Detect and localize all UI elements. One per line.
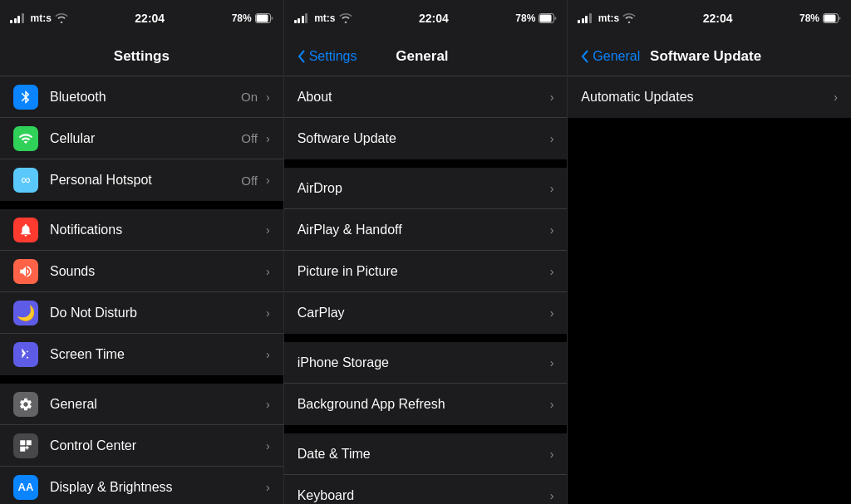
battery-pct: 78%: [799, 12, 819, 24]
settings-item-do-not-disturb[interactable]: 🌙 Do Not Disturb ›: [0, 292, 283, 334]
item-label: Notifications: [50, 223, 263, 237]
item-icon-controlcenter: [13, 433, 38, 458]
status-left: mt:s: [294, 12, 352, 24]
section-gap: [0, 375, 283, 384]
status-time: 22:04: [703, 12, 733, 25]
general-item-airplay-&-handoff[interactable]: AirPlay & Handoff ›: [284, 209, 568, 251]
chevron-icon: ›: [834, 91, 838, 104]
battery-pct: 78%: [515, 12, 535, 24]
item-label: Picture in Picture: [298, 264, 547, 279]
item-label: AirDrop: [298, 181, 547, 196]
general-item-software-update[interactable]: Software Update ›: [284, 118, 568, 159]
chevron-icon: ›: [550, 265, 554, 278]
general-item-automatic-updates[interactable]: Automatic Updates ›: [568, 76, 851, 118]
carrier-text: mt:s: [31, 12, 52, 24]
item-label: Sounds: [50, 264, 263, 279]
section-2: General › Control Center › AA Dis: [0, 384, 283, 504]
chevron-icon: ›: [266, 132, 270, 145]
general-item-carplay[interactable]: CarPlay ›: [284, 292, 568, 334]
item-label: Software Update: [298, 131, 547, 146]
settings-item-personal-hotspot[interactable]: ∞ Personal Hotspot Off ›: [0, 159, 283, 201]
item-label: Background App Refresh: [298, 397, 547, 412]
item-label: General: [50, 397, 263, 412]
nav-title: General: [357, 48, 487, 65]
nav-title: Software Update: [640, 48, 771, 65]
item-label: Automatic Updates: [581, 90, 830, 105]
settings-item-general[interactable]: General ›: [0, 384, 283, 425]
chevron-icon: ›: [266, 398, 270, 411]
item-label: Control Center: [50, 438, 263, 453]
item-label: Cellular: [50, 131, 241, 146]
item-label: Bluetooth: [50, 90, 241, 105]
chevron-icon: ›: [550, 356, 554, 369]
status-bar: mt:s 22:04 78%: [0, 0, 283, 37]
settings-item-cellular[interactable]: Cellular Off ›: [0, 118, 283, 159]
chevron-icon: ›: [266, 481, 270, 494]
settings-item-control-center[interactable]: Control Center ›: [0, 425, 283, 467]
general-item-picture-in-picture[interactable]: Picture in Picture ›: [284, 251, 568, 292]
status-right: 78%: [799, 12, 841, 24]
item-label: Personal Hotspot: [50, 173, 241, 188]
item-icon-screentime: [13, 342, 38, 367]
status-time: 22:04: [135, 12, 165, 25]
chevron-icon: ›: [550, 306, 554, 320]
general-item-about[interactable]: About ›: [284, 76, 568, 118]
nav-bar-software-update: General Software Update: [568, 37, 851, 76]
item-value: Off: [241, 131, 258, 145]
section-1: Notifications › Sounds › 🌙 Do No: [0, 209, 283, 375]
item-icon-general: [13, 392, 38, 417]
status-left: mt:s: [10, 12, 68, 24]
item-value: Off: [241, 174, 258, 188]
settings-item-sounds[interactable]: Sounds ›: [0, 251, 283, 292]
column-software-update: mt:s 22:04 78% General Software Update: [568, 0, 851, 504]
section-gap: [284, 334, 568, 342]
item-icon-cellular: [13, 126, 38, 151]
chevron-icon: ›: [266, 439, 270, 453]
column-general: mt:s 22:04 78% Settings General: [284, 0, 568, 504]
settings-item-bluetooth[interactable]: Bluetooth On ›: [0, 76, 283, 118]
item-icon-donotdisturb: 🌙: [13, 301, 38, 325]
general-item-background-app-refresh[interactable]: Background App Refresh ›: [284, 384, 568, 425]
nav-back-button[interactable]: Settings: [298, 49, 357, 64]
general-item-date-&-time[interactable]: Date & Time ›: [284, 433, 568, 475]
carrier-text: mt:s: [598, 12, 619, 24]
scroll-content[interactable]: Automatic Updates ›: [568, 76, 851, 504]
item-label: Screen Time: [50, 347, 263, 362]
section-2: iPhone Storage › Background App Refresh …: [284, 342, 568, 425]
general-item-keyboard[interactable]: Keyboard ›: [284, 475, 568, 504]
settings-item-display-&-brightness[interactable]: AA Display & Brightness ›: [0, 467, 283, 504]
nav-back-label: Settings: [309, 49, 357, 64]
general-item-iphone-storage[interactable]: iPhone Storage ›: [284, 342, 568, 384]
item-label: Keyboard: [298, 488, 547, 503]
item-icon-hotspot: ∞: [13, 168, 38, 193]
section-gap: [0, 201, 283, 209]
status-left: mt:s: [578, 12, 636, 24]
item-label: Display & Brightness: [50, 480, 263, 495]
item-icon-bluetooth: [13, 85, 38, 110]
chevron-icon: ›: [266, 348, 270, 361]
chevron-icon: ›: [550, 182, 554, 195]
chevron-icon: ›: [266, 174, 270, 187]
scroll-content[interactable]: About › Software Update › AirDrop › AirP…: [284, 76, 568, 504]
svg-rect-4: [540, 15, 552, 22]
item-icon-sounds: [13, 259, 38, 284]
chevron-icon: ›: [550, 489, 554, 502]
item-icon-notifications: [13, 218, 38, 242]
section-0: Bluetooth On › Cellular Off › ∞ Per: [0, 76, 283, 201]
item-value: On: [241, 90, 258, 104]
section-1: AirDrop › AirPlay & Handoff › Picture in…: [284, 168, 568, 334]
settings-item-screen-time[interactable]: Screen Time ›: [0, 334, 283, 375]
chevron-icon: ›: [266, 91, 270, 104]
status-time: 22:04: [419, 12, 449, 25]
item-label: Do Not Disturb: [50, 306, 263, 321]
general-item-airdrop[interactable]: AirDrop ›: [284, 168, 568, 209]
scroll-content[interactable]: Bluetooth On › Cellular Off › ∞ Per: [0, 76, 283, 504]
nav-back-button[interactable]: General: [581, 49, 640, 64]
nav-bar-general: Settings General: [284, 37, 568, 76]
settings-item-notifications[interactable]: Notifications ›: [0, 209, 283, 251]
chevron-icon: ›: [550, 448, 554, 461]
section-gap: [284, 159, 568, 168]
column-settings: mt:s 22:04 78% Settings: [0, 0, 284, 504]
battery-pct: 78%: [232, 12, 252, 24]
status-right: 78%: [515, 12, 557, 24]
